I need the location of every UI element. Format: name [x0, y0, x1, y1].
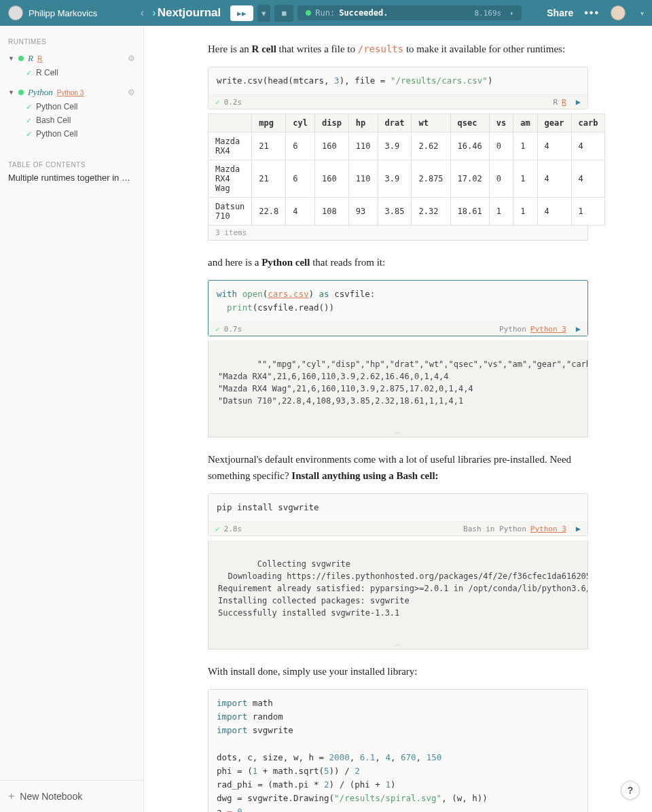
header: Philipp Markovics ‹ › Nextjournal ▸▸ ▾ ■… — [0, 0, 652, 26]
play-icon[interactable]: ▶ — [576, 524, 581, 533]
cell-code[interactable]: with open(cars.csv) as csvfile: print(cs… — [209, 281, 587, 321]
status-dot-icon — [18, 90, 24, 95]
header-user: Philipp Markovics ‹ — [8, 5, 144, 20]
help-button[interactable]: ? — [621, 781, 640, 800]
plus-icon: + — [8, 790, 14, 802]
check-icon: ✓ — [26, 103, 32, 111]
collapse-icon[interactable]: ▼ — [8, 89, 14, 96]
check-icon: ✓ — [26, 130, 32, 139]
play-icon[interactable]: ▶ — [576, 324, 581, 334]
output-table: mpgcyldisphpdratwtqsecvsamgearcarbMazda … — [208, 113, 605, 226]
cell-footer: ✓ 0.2s R R ▶ — [209, 94, 587, 109]
sidebar-cell[interactable]: ✓ R Cell — [0, 66, 143, 80]
check-icon: ✓ — [215, 98, 220, 107]
gear-icon[interactable]: ⚙ — [128, 88, 135, 97]
status-dot-icon — [306, 10, 311, 16]
cell-code[interactable]: write.csv(head(mtcars, 3), file = "/resu… — [209, 67, 587, 94]
toolbar: ▸▸ ▾ ■ Run: Succeeded. 8.169s ▾ — [230, 5, 522, 22]
prose-2: and here is a Python cell that reads fro… — [208, 254, 588, 270]
check-icon: ✓ — [215, 525, 220, 533]
cell-code[interactable]: pip install svgwrite — [209, 494, 587, 521]
output-block: Collecting svgwrite Downloading https://… — [208, 540, 588, 650]
sidebar-cell[interactable]: ✓Bash Cell — [0, 113, 143, 127]
collapse-icon[interactable]: ▼ — [8, 55, 14, 62]
cell-code[interactable]: import math import random import svgwrit… — [209, 690, 587, 812]
run-dropdown[interactable]: ▾ — [257, 5, 270, 22]
cell-footer: ✓ 2.8s Bash in Python Python 3 ▶ — [209, 521, 587, 535]
python-cell-1[interactable]: with open(cars.csv) as csvfile: print(cs… — [208, 280, 588, 336]
run-all-button[interactable]: ▸▸ — [230, 5, 253, 21]
check-icon: ✓ — [215, 325, 220, 334]
runtime-python[interactable]: ▼ Python Python 3 ⚙ — [0, 85, 143, 100]
share-button[interactable]: Share — [547, 7, 573, 18]
logo-arrow-icon: › — [152, 6, 156, 20]
run-status-pill[interactable]: Run: Succeeded. 8.169s ▾ — [297, 5, 522, 20]
user-name: Philipp Markovics — [29, 8, 97, 18]
content: Here is an R cell that writes a file to … — [144, 26, 652, 812]
logo[interactable]: › Nextjournal — [152, 6, 221, 20]
bash-cell[interactable]: pip install svgwrite ✓ 2.8s Bash in Pyth… — [208, 493, 588, 536]
r-cell[interactable]: write.csv(head(mtcars, 3), file = "/resu… — [208, 67, 588, 109]
output-block: "","mpg","cyl","disp","hp","drat","wt","… — [208, 340, 588, 438]
chevron-up-icon[interactable]: ︿ — [381, 427, 415, 437]
cell-footer: ✓ 0.7s Python Python 3 ▶ — [209, 321, 587, 336]
sidebar: RUNTIMES ▼ R R ⚙ ✓ R Cell ▼ Python Pytho… — [0, 26, 144, 812]
prose-4: With install done, simply use your insta… — [208, 663, 588, 679]
runtimes-heading: RUNTIMES — [0, 38, 143, 51]
table-footer: 3 items — [208, 226, 588, 241]
chevron-left-icon[interactable]: ‹ — [141, 7, 144, 19]
header-right: Share ••• ▾ — [547, 5, 644, 20]
chevron-up-icon[interactable]: ︿ — [381, 639, 415, 649]
toc-item[interactable]: Multiple runtimes together in a sing… — [0, 173, 143, 183]
runtime-r[interactable]: ▼ R R ⚙ — [0, 51, 143, 66]
new-notebook-button[interactable]: + New Notebook — [0, 780, 143, 812]
user-avatar[interactable] — [8, 5, 23, 20]
gear-icon[interactable]: ⚙ — [128, 54, 135, 63]
check-icon: ✓ — [26, 116, 32, 125]
more-icon[interactable]: ••• — [584, 7, 600, 19]
account-chevron-icon[interactable]: ▾ — [640, 10, 644, 17]
prose-1: Here is an R cell that writes a file to … — [208, 41, 588, 57]
sidebar-cell[interactable]: ✓Python Cell — [0, 127, 143, 141]
sidebar-cell[interactable]: ✓Python Cell — [0, 100, 143, 113]
prose-3: Nextjournal's default environments come … — [208, 451, 588, 484]
play-icon[interactable]: ▶ — [576, 97, 581, 107]
account-avatar[interactable] — [611, 5, 626, 20]
chevron-down-icon[interactable]: ▾ — [509, 10, 513, 17]
stop-button[interactable]: ■ — [274, 5, 293, 22]
status-dot-icon — [18, 56, 24, 61]
python-cell-2[interactable]: import math import random import svgwrit… — [208, 689, 588, 812]
toc-heading: TABLE OF CONTENTS — [0, 141, 143, 173]
check-icon: ✓ — [26, 69, 32, 77]
